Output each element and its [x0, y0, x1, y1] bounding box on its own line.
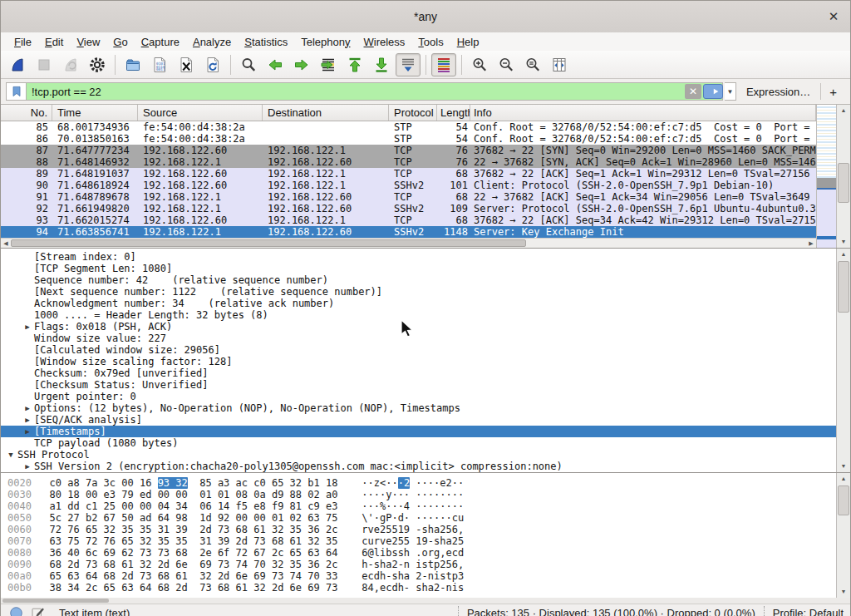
detail-line[interactable]: ▶Options: (12 bytes), No-Operation (NOP)… [1, 402, 836, 414]
detail-line[interactable]: [Next sequence number: 1122 (relative se… [1, 286, 836, 298]
collapsed-arrow-icon[interactable]: ▶ [21, 426, 34, 437]
menu-tools[interactable]: Tools [411, 34, 450, 50]
add-filter-button[interactable]: + [821, 85, 845, 99]
packet-row-94[interactable]: 9471.663856741192.168.122.1192.168.122.6… [1, 226, 816, 238]
reload-file-button[interactable] [200, 53, 225, 76]
detail-line[interactable]: [Stream index: 0] [1, 251, 836, 263]
detail-line[interactable]: ▼SSH Protocol [1, 449, 836, 461]
find-packet-button[interactable] [236, 53, 261, 76]
details-scroll-thumb[interactable] [838, 261, 849, 313]
detail-line[interactable]: Window size value: 227 [1, 333, 836, 344]
menu-telephony[interactable]: Telephony [294, 34, 357, 50]
profile-text[interactable]: Profile: Default [773, 607, 844, 616]
packet-row-86[interactable]: 8670.013850163fe:54:00:d4:38:2aSTP54Conf… [1, 133, 816, 145]
detail-line[interactable]: TCP payload (1080 bytes) [1, 437, 836, 449]
close-window-button[interactable]: ✕ [825, 8, 842, 25]
vscroll-thumb[interactable] [838, 163, 849, 203]
hex-row[interactable]: 0020 c0 a8 7a 3c 00 16 93 32 85 a3 ac c0… [7, 477, 836, 489]
start-capture-button[interactable] [5, 53, 30, 76]
packet-row-85[interactable]: 8568.001734936fe:54:00:d4:38:2aSTP54Conf… [1, 121, 816, 133]
detail-line[interactable]: 1000 .... = Header Length: 32 bytes (8) [1, 309, 836, 321]
detail-line[interactable]: Checksum: 0x79ed [unverified] [1, 367, 836, 379]
collapsed-arrow-icon[interactable]: ▶ [21, 461, 34, 472]
column-header-time[interactable]: Time [52, 105, 138, 121]
go-forward-button[interactable] [289, 53, 314, 76]
bytes-down-arrow-icon[interactable]: ▼ [837, 586, 850, 598]
save-file-button[interactable]: 010101100011 [147, 53, 172, 76]
packet-row-90[interactable]: 9071.648618924192.168.122.60192.168.122.… [1, 180, 816, 191]
bytes-vscrollbar[interactable]: ▲ ▼ [836, 473, 850, 598]
detail-line[interactable]: Urgent pointer: 0 [1, 391, 836, 402]
bytes-hscrollbar[interactable] [1, 598, 850, 604]
hex-row[interactable]: 0050 5c 27 b2 67 50 ad 64 98 1d 92 00 00… [7, 512, 836, 524]
capture-comment-button[interactable] [29, 604, 46, 616]
packet-row-92[interactable]: 9271.661949820192.168.122.1192.168.122.6… [1, 203, 816, 214]
expert-info-button[interactable] [7, 604, 24, 616]
menu-statistics[interactable]: Statistics [238, 34, 294, 50]
zoom-out-button[interactable] [494, 53, 519, 76]
filter-clear-button[interactable]: ✕ [685, 84, 701, 99]
colorize-button[interactable] [431, 53, 456, 76]
menu-capture[interactable]: Capture [135, 34, 186, 50]
menu-wireless[interactable]: Wireless [357, 34, 412, 50]
detail-line[interactable]: [Window size scaling factor: 128] [1, 356, 836, 367]
hscroll-thumb[interactable] [11, 239, 526, 247]
resize-columns-button[interactable] [547, 53, 572, 76]
zoom-in-button[interactable] [467, 53, 492, 76]
details-down-arrow-icon[interactable]: ▼ [837, 461, 850, 472]
collapsed-arrow-icon[interactable]: ▶ [21, 402, 34, 414]
menu-go[interactable]: Go [106, 34, 134, 50]
expression-button[interactable]: Expression… [736, 86, 820, 98]
vscroll-down-arrow-icon[interactable]: ▼ [837, 236, 850, 248]
packet-row-87[interactable]: 8771.647777234192.168.122.60192.168.122.… [1, 145, 816, 156]
detail-line[interactable]: [TCP Segment Len: 1080] [1, 263, 836, 274]
hscroll-left-arrow-icon[interactable]: ◀ [1, 239, 11, 248]
packet-row-89[interactable]: 8971.648191037192.168.122.60192.168.122.… [1, 168, 816, 180]
collapsed-arrow-icon[interactable]: ▶ [21, 414, 34, 426]
intelligent-scrollbar-minimap[interactable] [816, 105, 836, 248]
column-header-source[interactable]: Source [138, 105, 263, 121]
hex-row[interactable]: 0040 a1 dd c1 25 00 00 04 34 06 14 f5 e8… [7, 500, 836, 512]
packet-row-91[interactable]: 9171.648789678192.168.122.1192.168.122.6… [1, 191, 816, 203]
detail-line[interactable]: ▶[Timestamps] [1, 426, 836, 437]
expanded-arrow-icon[interactable]: ▼ [4, 449, 17, 461]
auto-scroll-button[interactable] [396, 53, 421, 76]
display-filter-input[interactable] [26, 82, 723, 101]
column-header-info[interactable]: Info [470, 105, 816, 121]
filter-bookmark-button[interactable] [6, 82, 26, 101]
column-header-destination[interactable]: Destination [263, 105, 389, 121]
go-to-packet-button[interactable] [316, 53, 341, 76]
packet-list-vscrollbar[interactable]: ▲ ▼ [836, 105, 850, 248]
menu-help[interactable]: Help [450, 34, 486, 50]
packet-list-hscrollbar[interactable]: ◀ ▶ [1, 238, 816, 248]
filter-apply-button[interactable] [703, 84, 723, 99]
column-header-length[interactable]: Length [437, 105, 470, 121]
column-header-protocol[interactable]: Protocol [389, 105, 437, 121]
go-first-button[interactable] [342, 53, 367, 76]
detail-line[interactable]: ▶[SEQ/ACK analysis] [1, 414, 836, 426]
packet-row-93[interactable]: 9371.662015274192.168.122.60192.168.122.… [1, 214, 816, 226]
menu-file[interactable]: File [7, 34, 38, 50]
hex-row[interactable]: 0080 36 40 6c 69 62 73 73 68 2e 6f 72 67… [7, 547, 836, 559]
details-vscrollbar[interactable]: ▲ ▼ [836, 249, 850, 472]
bytes-hscroll-thumb[interactable] [2, 599, 109, 603]
go-back-button[interactable] [263, 53, 288, 76]
bytes-scroll-thumb[interactable] [838, 485, 849, 515]
bytes-up-arrow-icon[interactable]: ▲ [837, 473, 850, 485]
open-file-button[interactable] [121, 53, 145, 76]
zoom-reset-button[interactable] [520, 53, 545, 76]
hex-row[interactable]: 00b0 38 34 2c 65 63 64 68 2d 73 68 61 32… [7, 582, 836, 594]
details-up-arrow-icon[interactable]: ▲ [837, 249, 850, 260]
menu-edit[interactable]: Edit [38, 34, 70, 50]
menu-view[interactable]: View [70, 34, 106, 50]
collapsed-arrow-icon[interactable]: ▶ [21, 321, 34, 333]
hex-row[interactable]: 0060 72 76 65 32 35 35 31 39 2d 73 68 61… [7, 524, 836, 535]
menu-analyze[interactable]: Analyze [186, 34, 238, 50]
close-file-button[interactable] [174, 53, 199, 76]
detail-line[interactable]: Sequence number: 42 (relative sequence n… [1, 274, 836, 286]
hex-row[interactable]: 0070 63 75 72 76 65 32 35 35 31 39 2d 73… [7, 535, 836, 547]
detail-line[interactable]: [Checksum Status: Unverified] [1, 379, 836, 391]
vscroll-up-arrow-icon[interactable]: ▲ [837, 105, 850, 116]
hex-row[interactable]: 0030 80 18 00 e3 79 ed 00 00 01 01 08 0a… [7, 489, 836, 500]
hex-row[interactable]: 00a0 65 63 64 68 2d 73 68 61 32 2d 6e 69… [7, 570, 836, 582]
